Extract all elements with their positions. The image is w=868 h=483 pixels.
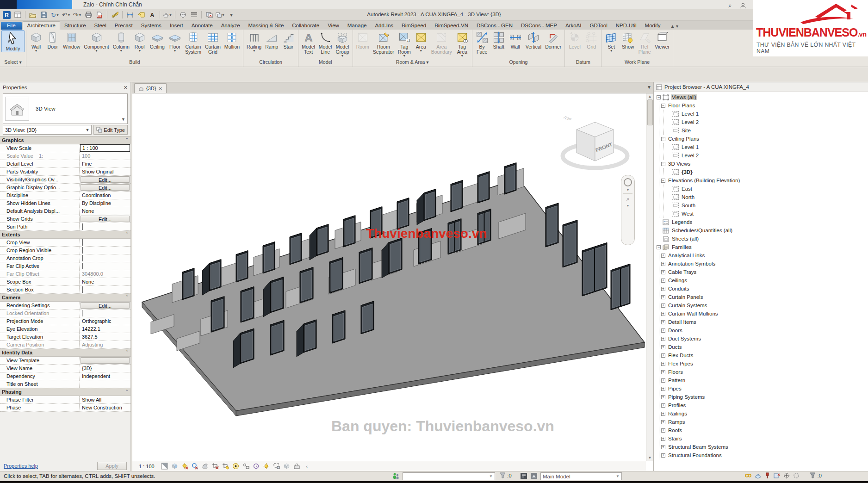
- taskbar-app-icon[interactable]: [0, 0, 17, 9]
- shadows-icon[interactable]: [161, 462, 168, 470]
- select-pinned-icon[interactable]: [764, 472, 770, 480]
- tree-item-3d-views[interactable]: −3D Views: [659, 160, 868, 168]
- design-option-combo[interactable]: Main Model▼: [540, 472, 622, 480]
- ribbon-button-modify[interactable]: Modify: [1, 30, 25, 52]
- property-value[interactable]: 3627.5: [80, 333, 130, 341]
- ribbon-button-model-line[interactable]: Model Line: [317, 30, 334, 56]
- edit-button[interactable]: Edit...: [81, 176, 130, 183]
- measure-icon[interactable]: [110, 10, 119, 19]
- expand-icon[interactable]: +: [661, 270, 665, 274]
- snaps-icon[interactable]: [793, 472, 800, 480]
- expand-icon[interactable]: +: [661, 320, 665, 324]
- close-hidden-icon[interactable]: [205, 10, 214, 19]
- property-value[interactable]: Edit...: [80, 176, 130, 183]
- tree-item-annotation-symbols[interactable]: +Annotation Symbols: [659, 260, 868, 268]
- ribbon-button-wall[interactable]: Wall▼: [28, 30, 44, 53]
- ribbon-collapse-icon[interactable]: ▲ ▾: [667, 23, 681, 30]
- property-value[interactable]: 14222.1: [80, 325, 130, 333]
- select-underlay-icon[interactable]: [755, 473, 761, 480]
- tree-item-doors[interactable]: +Doors: [659, 326, 868, 334]
- panel-name[interactable]: Room & Area ▾: [353, 58, 472, 67]
- ribbon-tab-precast[interactable]: Precast: [111, 22, 137, 30]
- workset-combo[interactable]: ▼: [403, 472, 495, 480]
- ribbon-tab-dscons-mep[interactable]: DSCons - MEP: [517, 22, 561, 30]
- expand-icon[interactable]: +: [661, 287, 665, 291]
- property-value[interactable]: None: [80, 278, 130, 285]
- property-value[interactable]: 1 : 100: [80, 144, 130, 152]
- ribbon-tab-structure[interactable]: Structure: [60, 22, 90, 30]
- property-value[interactable]: 100: [80, 152, 130, 160]
- reveal-hidden-icon[interactable]: [232, 462, 240, 470]
- chevron-down-icon[interactable]: ▼: [138, 50, 141, 52]
- worksets-icon[interactable]: [392, 472, 399, 480]
- ribbon-button-area[interactable]: Area▼: [413, 30, 429, 53]
- vertical-scrollbar[interactable]: ▲ ▼: [646, 93, 653, 461]
- ribbon-button-tag-room[interactable]: 1Tag Room▼: [396, 30, 413, 58]
- drag-elements-icon[interactable]: [783, 472, 790, 480]
- switch-windows-icon[interactable]: ▼: [216, 10, 225, 19]
- section-icon[interactable]: [178, 10, 187, 19]
- tree-item-level-2[interactable]: Level 2: [664, 118, 868, 126]
- expand-icon[interactable]: +: [661, 362, 665, 366]
- tree-item-curtain-panels[interactable]: +Curtain Panels: [659, 293, 868, 301]
- ribbon-button-shaft[interactable]: Shaft: [490, 30, 507, 50]
- measure-lock-icon[interactable]: [293, 462, 301, 470]
- tag-by-category-icon[interactable]: [136, 10, 146, 19]
- property-value[interactable]: [80, 254, 130, 262]
- ribbon-button-mullion[interactable]: Mullion: [223, 30, 242, 50]
- scroll-left-icon[interactable]: ‹: [303, 462, 311, 470]
- tree-item-floor-plans[interactable]: −Floor Plans: [659, 101, 868, 110]
- expand-icon[interactable]: +: [661, 453, 665, 458]
- sync-icon[interactable]: ↻▼: [50, 10, 60, 19]
- view-scale-control[interactable]: 1 : 100: [139, 464, 155, 469]
- ribbon-tab-analyze[interactable]: Analyze: [217, 22, 244, 30]
- property-value[interactable]: 304800.0: [80, 270, 130, 278]
- ribbon-button-component[interactable]: Component▼: [82, 30, 111, 53]
- properties-help-link[interactable]: Properties help: [4, 463, 38, 469]
- ribbon-tab-architecture[interactable]: Architecture: [23, 21, 60, 30]
- ribbon-button-tag-area[interactable]: 1Tag Area▼: [454, 30, 471, 58]
- tree-item-ceilings[interactable]: +Ceilings: [659, 276, 868, 285]
- expand-icon[interactable]: +: [661, 345, 665, 349]
- tree-item-schedules-quantities-all-[interactable]: Schedules/Quantities (all): [655, 226, 868, 235]
- property-value[interactable]: [80, 357, 130, 364]
- ribbon-button-ramp[interactable]: Ramp: [263, 30, 280, 50]
- ribbon-button-roof[interactable]: Roof▼: [131, 30, 148, 53]
- tree-item-site[interactable]: Site: [664, 126, 868, 135]
- tree-item-floors[interactable]: +Floors: [659, 368, 868, 376]
- expand-icon[interactable]: +: [661, 295, 665, 299]
- type-selector[interactable]: 3D View ▼: [3, 93, 128, 124]
- design-options-icon[interactable]: [520, 472, 527, 480]
- view-tab-list-icon[interactable]: ▼: [647, 85, 651, 90]
- property-value[interactable]: Fine: [80, 160, 130, 167]
- ribbon-button-stair[interactable]: Stair: [280, 30, 297, 50]
- chevron-down-icon[interactable]: ▼: [35, 50, 38, 52]
- view-selector-combo[interactable]: 3D View: {3D} ▼: [3, 125, 92, 135]
- ribbon-tab-massing-site[interactable]: Massing & Site: [244, 22, 288, 30]
- chevron-down-icon[interactable]: ▼: [119, 50, 123, 52]
- ribbon-button-door[interactable]: Door: [44, 30, 61, 50]
- tree-item-east[interactable]: East: [664, 185, 868, 193]
- 3d-model-view[interactable]: Thuvienbanveso.vnBan quyen: Thuvienbanve…: [132, 93, 646, 461]
- ribbon-tab-collaborate[interactable]: Collaborate: [288, 22, 323, 30]
- edit-button[interactable]: Edit...: [81, 302, 130, 309]
- expand-icon[interactable]: +: [661, 303, 665, 308]
- expand-icon[interactable]: +: [661, 353, 665, 358]
- expand-icon[interactable]: +: [661, 328, 665, 333]
- tree-item-level-1[interactable]: Level 1: [664, 110, 868, 118]
- render-off-icon[interactable]: [191, 462, 199, 470]
- ribbon-tab-modify[interactable]: Modify: [641, 22, 665, 30]
- tree-item-ceiling-plans[interactable]: −Ceiling Plans: [659, 135, 868, 143]
- property-value[interactable]: [80, 380, 130, 388]
- type-selector-dropdown-icon[interactable]: ▼: [121, 117, 125, 122]
- chevron-down-icon[interactable]: ▼: [419, 50, 422, 52]
- tree-item-railings[interactable]: +Railings: [659, 409, 868, 418]
- expand-icon[interactable]: +: [661, 428, 665, 433]
- displace-icon[interactable]: [283, 462, 291, 470]
- ribbon-button-curtain-system[interactable]: Curtain System: [183, 30, 203, 56]
- temporary-hide-icon[interactable]: [201, 462, 209, 470]
- checkbox[interactable]: [82, 263, 83, 269]
- constraints-icon[interactable]: [273, 462, 280, 470]
- expand-icon[interactable]: +: [661, 279, 665, 283]
- tree-item-cable-trays[interactable]: +Cable Trays: [659, 268, 868, 276]
